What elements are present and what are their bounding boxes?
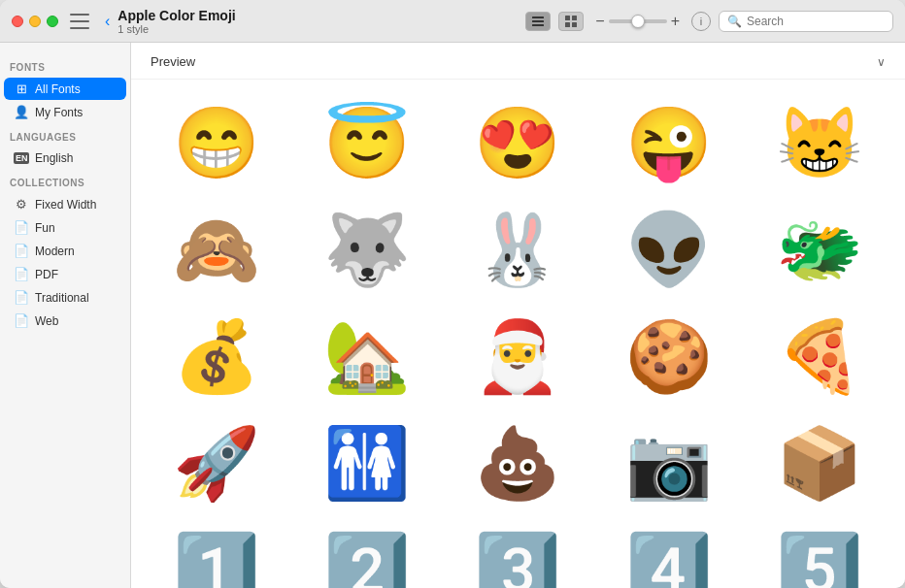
english-icon: EN — [14, 152, 29, 164]
main-area: Fonts ⊞ All Fonts 👤 My Fonts Languages E… — [0, 43, 905, 588]
my-fonts-icon: 👤 — [14, 105, 29, 119]
info-button[interactable]: i — [691, 12, 711, 31]
sidebar-item-fixed-width[interactable]: ⚙ Fixed Width — [4, 193, 126, 215]
pdf-icon: 📄 — [14, 267, 29, 281]
emoji-cell[interactable]: 😁 — [141, 89, 291, 196]
sidebar-item-all-fonts-label: All Fonts — [35, 82, 81, 96]
sidebar-item-web[interactable]: 📄 Web — [4, 310, 126, 332]
size-slider[interactable] — [609, 19, 667, 23]
all-fonts-icon: ⊞ — [14, 82, 29, 96]
emoji-cell[interactable]: 2️⃣ — [291, 516, 442, 588]
minimize-button[interactable] — [29, 16, 41, 27]
font-style-count-label: 1 style — [117, 23, 525, 35]
titlebar: ‹ Apple Color Emoji 1 style — [0, 0, 905, 43]
emoji-cell[interactable]: 🐲 — [745, 196, 895, 303]
emoji-cell[interactable]: 📦 — [745, 409, 895, 516]
size-slider-thumb[interactable] — [631, 15, 645, 28]
size-control: − + — [595, 14, 680, 29]
svg-rect-2 — [532, 24, 544, 26]
emoji-cell[interactable]: 😍 — [443, 89, 593, 196]
emoji-cell[interactable]: 😸 — [745, 89, 895, 196]
svg-rect-4 — [572, 16, 577, 20]
sidebar-item-traditional-label: Traditional — [35, 291, 89, 305]
fonts-section-label: Fonts — [0, 54, 130, 77]
font-name-label: Apple Color Emoji — [117, 8, 525, 23]
sidebar-toggle-button[interactable] — [70, 14, 89, 29]
content-area: Preview ∨ 😁😇😍😜😸🙈🐺🐰👽🐲💰🏡🎅🍪🍕🚀🚻💩📷📦1️⃣2️⃣3️⃣4… — [131, 43, 905, 588]
languages-section-label: Languages — [0, 124, 130, 147]
sidebar-item-english-label: English — [35, 151, 73, 165]
svg-rect-5 — [565, 22, 570, 27]
toolbar-controls: − + i 🔍 — [525, 11, 893, 32]
emoji-cell[interactable]: 📷 — [593, 409, 744, 516]
preview-label: Preview — [151, 54, 195, 69]
sidebar-item-modern[interactable]: 📄 Modern — [4, 240, 126, 262]
search-bar[interactable]: 🔍 — [719, 11, 893, 32]
emoji-cell[interactable]: 🎅 — [443, 303, 593, 409]
traffic-lights — [12, 16, 58, 27]
sidebar-item-pdf-label: PDF — [35, 268, 58, 281]
search-input[interactable] — [747, 15, 885, 28]
emoji-cell[interactable]: 🐺 — [291, 196, 442, 303]
sidebar-item-my-fonts[interactable]: 👤 My Fonts — [4, 101, 126, 123]
size-increase-button[interactable]: + — [671, 14, 680, 29]
fun-icon: 📄 — [14, 220, 29, 235]
sidebar-item-pdf[interactable]: 📄 PDF — [4, 263, 126, 285]
collections-section-label: Collections — [0, 170, 130, 192]
emoji-cell[interactable]: 4️⃣ — [593, 516, 744, 588]
back-button[interactable]: ‹ — [105, 13, 110, 30]
emoji-cell[interactable]: 🏡 — [291, 303, 442, 409]
sidebar-item-modern-label: Modern — [35, 245, 75, 258]
emoji-cell[interactable]: 🚀 — [141, 409, 291, 516]
preview-header: Preview ∨ — [131, 43, 905, 80]
preview-chevron-icon[interactable]: ∨ — [877, 55, 886, 69]
emoji-cell[interactable]: 💩 — [443, 409, 593, 516]
traditional-icon: 📄 — [14, 290, 29, 305]
app-window: ‹ Apple Color Emoji 1 style — [0, 0, 905, 588]
grid-view-button[interactable] — [558, 12, 584, 31]
sidebar-item-my-fonts-label: My Fonts — [35, 106, 83, 119]
sidebar-item-fixed-width-label: Fixed Width — [35, 198, 96, 212]
svg-rect-1 — [532, 20, 544, 22]
sidebar-item-traditional[interactable]: 📄 Traditional — [4, 286, 126, 309]
emoji-cell[interactable]: 🍪 — [593, 303, 744, 409]
emoji-cell[interactable]: 1️⃣ — [141, 516, 291, 588]
emoji-cell[interactable]: 3️⃣ — [443, 516, 593, 588]
sidebar-item-fun-label: Fun — [35, 221, 55, 235]
font-title-area: Apple Color Emoji 1 style — [117, 8, 525, 35]
sidebar: Fonts ⊞ All Fonts 👤 My Fonts Languages E… — [0, 43, 131, 588]
sidebar-item-fun[interactable]: 📄 Fun — [4, 216, 126, 239]
svg-rect-0 — [532, 16, 544, 18]
web-icon: 📄 — [14, 313, 29, 328]
maximize-button[interactable] — [47, 16, 58, 27]
emoji-cell[interactable]: 😇 — [291, 89, 442, 196]
emoji-cell[interactable]: 🐰 — [443, 196, 593, 303]
search-icon: 🔍 — [727, 15, 742, 28]
emoji-cell[interactable]: 🍕 — [745, 303, 895, 409]
emoji-cell[interactable]: 5️⃣ — [745, 516, 895, 588]
sidebar-item-english[interactable]: EN English — [4, 147, 126, 169]
sidebar-item-all-fonts[interactable]: ⊞ All Fonts — [4, 78, 126, 100]
emoji-cell[interactable]: 💰 — [141, 303, 291, 409]
size-decrease-button[interactable]: − — [595, 14, 604, 29]
close-button[interactable] — [12, 16, 23, 27]
list-view-button[interactable] — [525, 12, 551, 31]
emoji-cell[interactable]: 👽 — [593, 196, 744, 303]
fixed-width-icon: ⚙ — [14, 197, 29, 212]
emoji-cell[interactable]: 😜 — [593, 89, 744, 196]
emoji-cell[interactable]: 🚻 — [291, 409, 442, 516]
modern-icon: 📄 — [14, 244, 29, 258]
svg-rect-3 — [565, 16, 570, 20]
emoji-cell[interactable]: 🙈 — [141, 196, 291, 303]
sidebar-item-web-label: Web — [35, 314, 58, 328]
svg-rect-6 — [572, 22, 577, 27]
emoji-grid: 😁😇😍😜😸🙈🐺🐰👽🐲💰🏡🎅🍪🍕🚀🚻💩📷📦1️⃣2️⃣3️⃣4️⃣5️⃣ — [131, 80, 905, 588]
